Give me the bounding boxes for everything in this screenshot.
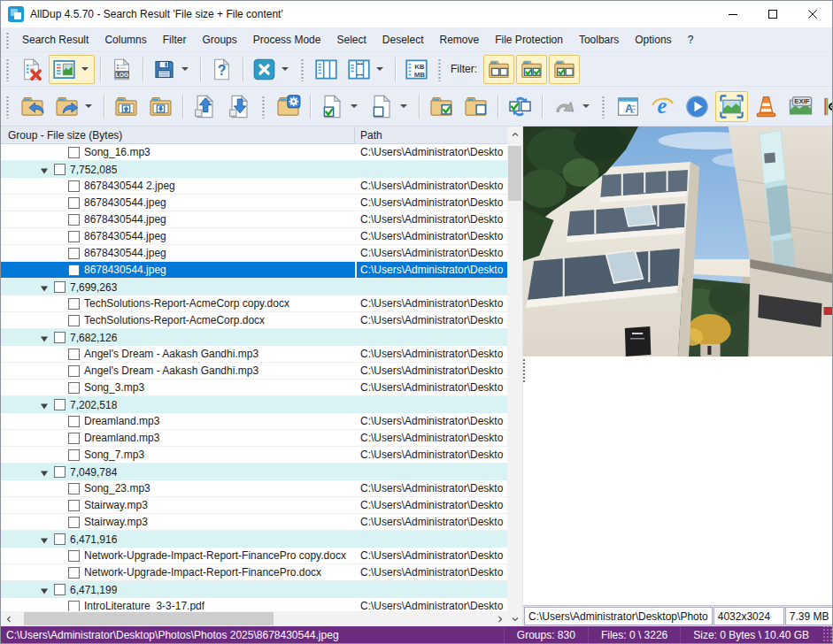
row-checkbox[interactable] — [68, 567, 80, 579]
path-cell[interactable]: C:\Users\Administrator\Deskto — [357, 380, 507, 395]
menu-item-toolbars[interactable]: Toolbars — [572, 29, 626, 50]
toolbar-grip[interactable] — [261, 95, 266, 119]
row-checkbox[interactable] — [68, 365, 80, 377]
open-with-text-viewer-button[interactable]: A — [612, 91, 644, 122]
path-cell[interactable]: C:\Users\Administrator\Deskto — [357, 447, 507, 463]
open-next-folder-button[interactable] — [50, 91, 98, 122]
file-row[interactable]: Dreamland.mp3C:\Users\Administrator\Desk… — [1, 413, 507, 430]
play-audio-button[interactable] — [819, 91, 833, 122]
row-checkbox[interactable] — [68, 382, 80, 394]
row-checkbox[interactable] — [68, 433, 80, 444]
dropdown-arrow-icon[interactable] — [376, 67, 383, 71]
remove-search-result-button[interactable] — [16, 55, 47, 84]
path-cell[interactable]: C:\Users\Administrator\Deskto — [357, 245, 507, 261]
file-row[interactable]: IntroLiterature_3-3-17.pdfC:\Users\Admin… — [1, 598, 507, 611]
dropdown-arrow-icon[interactable] — [282, 67, 289, 71]
path-cell[interactable]: C:\Users\Administrator\Deskto — [357, 178, 507, 194]
row-checkbox[interactable] — [54, 466, 66, 478]
row-checkbox[interactable] — [68, 180, 80, 192]
path-cell[interactable]: C:\Users\Administrator\Deskto — [357, 312, 507, 328]
name-cell[interactable]: 6,471,916 — [1, 531, 355, 548]
path-cell[interactable]: C:\Users\Administrator\Deskto — [357, 480, 507, 496]
preview-layout-button[interactable] — [49, 55, 95, 84]
name-cell[interactable]: Song_3.mp3 — [1, 380, 355, 395]
row-checkbox[interactable] — [54, 164, 66, 175]
expand-triangle-icon[interactable] — [40, 468, 49, 477]
file-row[interactable]: 8678430544.jpegC:\Users\Administrator\De… — [1, 195, 507, 211]
file-row[interactable]: Angel's Dream - Aakash Gandhi.mp3C:\User… — [1, 346, 507, 363]
path-cell[interactable]: C:\Users\Administrator\Deskto — [357, 413, 507, 429]
toolbar-grip[interactable] — [5, 31, 10, 49]
group-row[interactable]: 7,049,784 — [1, 464, 507, 480]
dropdown-arrow-icon[interactable] — [181, 67, 189, 71]
path-cell[interactable] — [357, 464, 507, 480]
maximize-button[interactable] — [752, 1, 792, 27]
close-search-result-button[interactable] — [249, 55, 295, 84]
toolbar-grip[interactable] — [5, 95, 10, 119]
expand-triangle-icon[interactable] — [40, 586, 49, 594]
toolbar-grip[interactable] — [5, 58, 10, 81]
group-row[interactable]: 6,471,916 — [1, 531, 507, 548]
row-checkbox[interactable] — [68, 416, 80, 427]
name-cell[interactable]: 8678430544.jpeg — [1, 262, 355, 278]
filter-checked-groups-button[interactable] — [516, 55, 547, 84]
file-row[interactable]: Network-Upgrade-Impact-Report-FinancePro… — [1, 548, 507, 564]
expand-triangle-icon[interactable] — [40, 535, 49, 544]
name-cell[interactable]: 8678430544.jpeg — [1, 195, 355, 211]
menu-item-filter[interactable]: Filter — [156, 29, 194, 50]
log-button[interactable]: LOG — [106, 55, 137, 84]
row-checkbox[interactable] — [68, 449, 80, 461]
close-button[interactable] — [792, 1, 832, 27]
path-cell[interactable] — [357, 531, 507, 548]
open-with-browser-button[interactable]: e — [646, 91, 679, 122]
name-cell[interactable]: Angel's Dream - Aakash Gandhi.mp3 — [1, 346, 355, 362]
path-cell[interactable]: C:\Users\Administrator\Deskto — [357, 497, 507, 513]
name-cell[interactable]: 7,049,784 — [1, 464, 355, 480]
menu-item-process-mode[interactable]: Process Mode — [246, 29, 328, 50]
name-cell[interactable]: Network-Upgrade-Impact-Report-FinancePro… — [1, 564, 355, 580]
row-checkbox[interactable] — [68, 517, 80, 528]
path-cell[interactable]: C:\Users\Administrator\Deskto — [357, 295, 507, 311]
row-checkbox[interactable] — [54, 533, 66, 545]
open-with-vlc-button[interactable] — [750, 91, 783, 122]
scroll-right-icon[interactable] — [492, 611, 507, 626]
menu-item-remove[interactable]: Remove — [433, 29, 487, 50]
group-row[interactable]: 7,752,085 — [1, 161, 507, 178]
deselect-files-button[interactable] — [366, 91, 413, 122]
file-row[interactable]: Stairway.mp3C:\Users\Administrator\Deskt… — [1, 497, 507, 514]
expand-triangle-icon[interactable] — [40, 334, 49, 342]
select-files-button[interactable] — [316, 91, 364, 122]
deselect-folder-button[interactable] — [459, 91, 492, 122]
vertical-scrollbar[interactable] — [507, 126, 522, 626]
name-cell[interactable]: 8678430544 2.jpeg — [1, 178, 355, 194]
name-cell[interactable]: Angel's Dream - Aakash Gandhi.mp3 — [1, 363, 355, 379]
name-cell[interactable]: TechSolutions-Report-AcmeCorp.docx — [1, 312, 355, 328]
file-row[interactable]: Dreamland.mp3C:\Users\Administrator\Desk… — [1, 430, 507, 447]
open-previous-folder-button[interactable] — [16, 91, 49, 122]
name-cell[interactable]: Network-Upgrade-Impact-Report-FinancePro… — [1, 548, 355, 564]
name-cell[interactable]: 7,699,263 — [1, 279, 355, 295]
invert-selection-button[interactable] — [504, 91, 536, 122]
name-cell[interactable]: Stairway.mp3 — [1, 514, 355, 530]
row-checkbox[interactable] — [68, 500, 80, 511]
name-cell[interactable]: 8678430544.jpeg — [1, 211, 355, 227]
toolbar-grip[interactable] — [601, 95, 605, 119]
path-cell[interactable] — [357, 396, 507, 413]
column-header-path[interactable]: Path — [355, 126, 507, 143]
expand-triangle-icon[interactable] — [40, 165, 49, 174]
path-cell[interactable] — [357, 581, 507, 598]
help-button[interactable]: ? — [206, 55, 237, 84]
path-cell[interactable]: C:\Users\Administrator\Deskto — [357, 598, 507, 611]
scroll-up-icon[interactable] — [507, 126, 522, 142]
row-checkbox[interactable] — [68, 197, 80, 209]
row-checkbox[interactable] — [54, 332, 66, 343]
file-row[interactable]: 8678430544 2.jpegC:\Users\Administrator\… — [1, 178, 507, 195]
menu-item-deselect[interactable]: Deselect — [375, 29, 431, 50]
name-cell[interactable]: 8678430544.jpeg — [1, 245, 355, 261]
file-row[interactable]: Song_3.mp3C:\Users\Administrator\Deskto — [1, 380, 507, 396]
file-row[interactable]: Network-Upgrade-Impact-Report-FinancePro… — [1, 564, 507, 581]
file-row[interactable]: Angel's Dream - Aakash Gandhi.mp3C:\User… — [1, 363, 507, 380]
row-checkbox[interactable] — [68, 214, 80, 226]
row-checkbox[interactable] — [68, 483, 80, 494]
show-exif-button[interactable]: EXIF — [784, 91, 817, 122]
